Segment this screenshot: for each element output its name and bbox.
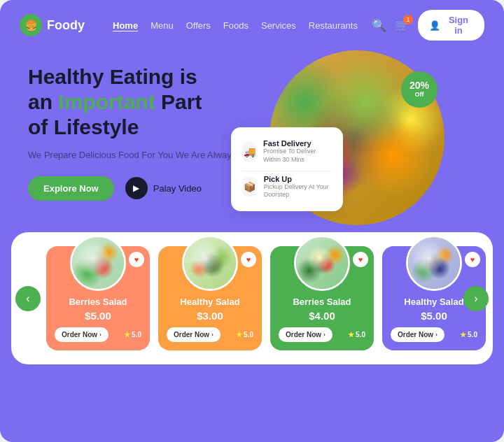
cards-section: ‹ ♥ Berries Salad $5.00 Order Now › ★	[11, 232, 493, 364]
nav-links: Home Menu Offers Foods Services Restaura…	[113, 20, 358, 31]
pickup-desc: Pickup Delivery At Your Doorstep	[264, 183, 332, 199]
signin-button[interactable]: 👤 Sign in	[418, 10, 484, 41]
search-icon[interactable]: 🔍	[372, 18, 386, 33]
discount-off: Off	[415, 92, 424, 99]
discount-badge: 20% Off	[401, 71, 438, 108]
card-food-visual-0	[72, 237, 124, 289]
hero-title-highlight: Important	[58, 90, 155, 113]
order-label-3: Order Now	[398, 331, 433, 338]
card-rating-3: ★ 5.0	[460, 331, 477, 338]
card-name-2: Berries Salad	[293, 297, 351, 307]
card-rating-0: ★ 5.0	[124, 331, 141, 338]
card-rating-1: ★ 5.0	[236, 331, 253, 338]
order-arrow-2: ›	[323, 332, 326, 338]
hero-title-line3: of Lifestyle	[28, 115, 139, 138]
order-label-0: Order Now	[62, 331, 97, 338]
hero-subtitle: We Prepare Delicious Food For You We Are…	[28, 148, 238, 162]
pickup-title: Pick Up	[264, 175, 332, 183]
info-pickup-text: Pick Up Pickup Delivery At Your Doorstep	[264, 175, 332, 199]
carousel-next-button[interactable]: ›	[463, 286, 489, 311]
order-arrow-3: ›	[435, 332, 438, 338]
star-icon-2: ★	[348, 331, 354, 338]
card-image-0	[70, 235, 126, 291]
card-price-0: $5.00	[85, 310, 111, 322]
order-label-2: Order Now	[286, 331, 321, 338]
hero-right: 20% Off 🚚 Fast Delivery Promise To Deliv…	[238, 57, 476, 225]
heart-button-1[interactable]: ♥	[241, 252, 256, 267]
info-pickup: 📦 Pick Up Pickup Delivery At Your Doorst…	[242, 171, 332, 203]
food-card-1: ♥ Healthy Salad $3.00 Order Now › ★ 5.0	[158, 246, 262, 350]
card-name-0: Berries Salad	[69, 297, 127, 307]
navbar: 🍔 Foody Home Menu Offers Foods Services …	[0, 0, 504, 50]
signin-label: Sign in	[444, 15, 473, 36]
delivery-icon: 🚚	[242, 142, 256, 162]
order-button-1[interactable]: Order Now ›	[167, 327, 220, 342]
order-label-1: Order Now	[174, 331, 209, 338]
info-delivery-text: Fast Delivery Promise To Deliver Within …	[263, 139, 332, 164]
card-image-1	[182, 235, 238, 291]
logo-icon: 🍔	[20, 14, 42, 36]
play-label: Palay Video	[153, 183, 202, 194]
card-price-1: $3.00	[197, 310, 223, 322]
heart-button-2[interactable]: ♥	[353, 252, 368, 267]
rating-value-0: 5.0	[132, 331, 141, 338]
card-price-3: $5.00	[421, 310, 447, 322]
nav-menu[interactable]: Menu	[150, 20, 174, 31]
logo-area: 🍔 Foody	[20, 14, 85, 36]
card-bottom-3: Order Now › ★ 5.0	[391, 327, 477, 342]
delivery-title: Fast Delivery	[263, 139, 332, 148]
hero-buttons: Explore Now ▶ Palay Video	[28, 176, 238, 201]
heart-button-3[interactable]: ♥	[465, 252, 480, 267]
nav-actions: 🔍 🛒 1 👤 Sign in	[372, 10, 484, 41]
hero-title-line1: Healthy Eating is	[28, 65, 197, 88]
order-button-3[interactable]: Order Now ›	[391, 327, 444, 342]
nav-foods[interactable]: Foods	[223, 20, 248, 31]
hero-title-an: an	[28, 90, 52, 113]
nav-restaurants[interactable]: Restaurants	[309, 20, 358, 31]
discount-percent: 20%	[410, 80, 429, 91]
cards-container: ♥ Berries Salad $5.00 Order Now › ★ 5.0	[46, 246, 486, 350]
hero-title: Healthy Eating is an Important Part of L…	[28, 64, 238, 140]
food-card-2: ♥ Berries Salad $4.00 Order Now › ★ 5.0	[270, 246, 374, 350]
order-arrow-1: ›	[211, 332, 214, 338]
order-button-2[interactable]: Order Now ›	[279, 327, 332, 342]
info-delivery: 🚚 Fast Delivery Promise To Deliver Withi…	[242, 136, 332, 167]
play-button[interactable]: ▶ Palay Video	[125, 177, 202, 199]
star-icon-3: ★	[460, 331, 466, 338]
card-image-3	[406, 235, 462, 291]
order-arrow-0: ›	[99, 332, 102, 338]
rating-value-1: 5.0	[244, 331, 253, 338]
card-image-2	[294, 235, 350, 291]
heart-button-0[interactable]: ♥	[129, 252, 144, 267]
hero-section: Healthy Eating is an Important Part of L…	[0, 50, 504, 232]
delivery-desc: Promise To Deliver Within 30 Mins	[263, 148, 332, 164]
user-icon: 👤	[429, 20, 440, 31]
nav-services[interactable]: Services	[261, 20, 296, 31]
star-icon-1: ★	[236, 331, 242, 338]
hero-title-part: Part	[161, 90, 202, 113]
nav-offers[interactable]: Offers	[186, 20, 211, 31]
card-bottom-2: Order Now › ★ 5.0	[279, 327, 365, 342]
star-icon-0: ★	[124, 331, 130, 338]
card-bottom-1: Order Now › ★ 5.0	[167, 327, 253, 342]
card-name-1: Healthy Salad	[180, 297, 239, 307]
card-price-2: $4.00	[309, 310, 335, 322]
pickup-icon: 📦	[242, 177, 257, 197]
card-name-3: Healthy Salad	[404, 297, 463, 307]
explore-button[interactable]: Explore Now	[28, 176, 114, 201]
card-food-visual-1	[184, 237, 236, 289]
info-card: 🚚 Fast Delivery Promise To Deliver Withi…	[231, 127, 343, 211]
cart-badge: 1	[403, 15, 413, 24]
order-button-0[interactable]: Order Now ›	[55, 327, 108, 342]
rating-value-3: 5.0	[468, 331, 477, 338]
carousel-prev-button[interactable]: ‹	[15, 286, 41, 311]
card-food-visual-2	[296, 237, 348, 289]
hero-left: Healthy Eating is an Important Part of L…	[28, 57, 238, 225]
nav-home[interactable]: Home	[113, 20, 138, 31]
rating-value-2: 5.0	[356, 331, 365, 338]
brand-name: Foody	[47, 18, 85, 33]
card-bottom-0: Order Now › ★ 5.0	[55, 327, 141, 342]
cart-wrapper[interactable]: 🛒 1	[395, 18, 410, 33]
play-icon: ▶	[125, 177, 148, 199]
card-food-visual-3	[408, 237, 460, 289]
